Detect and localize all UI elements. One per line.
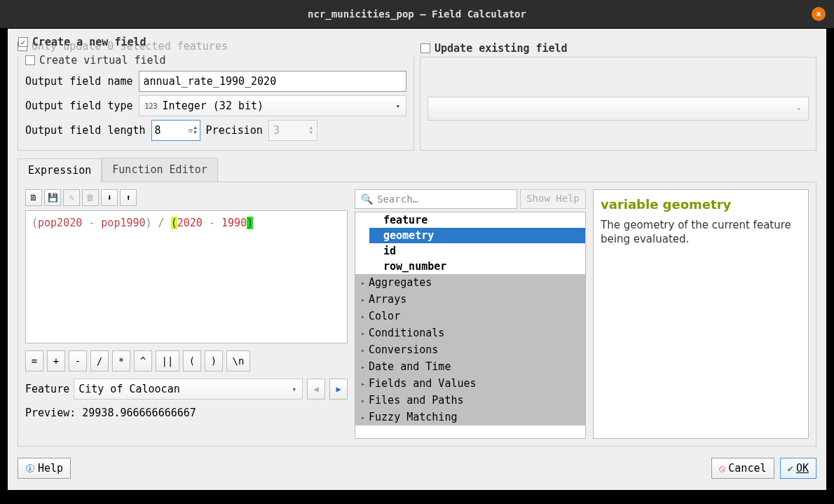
field-type-label: Output field type [25,100,133,112]
close-button[interactable]: × [812,7,826,21]
export-icon[interactable]: ⬆ [120,189,137,206]
update-existing-checkbox[interactable] [421,43,430,53]
show-help-button[interactable]: Show Help [520,189,586,209]
delete-icon: 🗑 [82,189,99,206]
ok-icon: ✔ [788,463,793,474]
create-new-checkbox[interactable] [18,37,28,47]
create-virtual-label: Create virtual field [39,54,166,67]
preview-value: 29938.966666666667 [82,407,196,419]
new-file-icon[interactable]: 🗎 [25,189,42,206]
import-icon[interactable]: ⬇ [101,189,118,206]
field-name-label: Output field name [25,75,133,88]
tree-category[interactable]: ▸Fuzzy Matching [355,409,585,425]
chevron-right-icon: ▸ [361,414,365,421]
tree-category[interactable]: ▸Conditionals [355,325,585,341]
op-button[interactable]: * [112,350,130,372]
chevron-right-icon: ▸ [361,397,365,404]
field-length-input[interactable]: 8 ⌫ ▲▼ [151,120,200,141]
clear-icon[interactable]: ⌫ [188,126,193,135]
help-button[interactable]: 🛈Help [18,458,71,479]
tree-category[interactable]: ▸Aggregates [355,274,585,291]
tree-category[interactable]: ▸Files and Paths [355,392,585,409]
op-button[interactable]: + [47,350,65,372]
chevron-right-icon: ▸ [361,296,365,304]
field-type-select[interactable]: 123 Integer (32 bit) ▾ [139,95,406,116]
chevron-right-icon: ▸ [361,279,365,287]
create-virtual-checkbox[interactable] [25,55,35,65]
op-button[interactable]: ^ [134,350,152,372]
edit-icon: ✎ [63,189,80,206]
chevron-right-icon: ▸ [361,313,365,320]
op-button[interactable]: - [69,350,87,372]
search-input[interactable]: 🔍 Search… [355,189,517,209]
create-new-label: Create a new field [32,36,146,48]
chevron-down-icon: ▾ [395,102,400,111]
help-body: The geometry of the current feature bein… [601,219,801,246]
cancel-icon: ⦸ [719,463,725,475]
tree-category[interactable]: ▸Color [355,308,585,325]
precision-label: Precision [206,124,263,137]
chevron-right-icon: ▸ [361,329,365,337]
field-name-input[interactable] [139,71,406,92]
update-field-select[interactable]: ▾ [428,97,809,121]
chevron-down-icon: ▾ [796,104,801,114]
window-title: ncr_municities_pop — Field Calculator [308,8,526,20]
ok-button[interactable]: ✔OK [780,458,817,479]
tree-item[interactable]: feature [369,212,585,228]
next-feature-button[interactable]: ▶ [329,379,348,400]
chevron-right-icon: ▸ [361,363,365,371]
function-tree[interactable]: featuregeometryidrow_number ▸Aggregates▸… [355,212,586,439]
spinner-arrows-icon[interactable]: ▲▼ [193,125,196,135]
op-button[interactable]: / [90,350,109,372]
op-button[interactable]: || [156,350,179,372]
cancel-button[interactable]: ⦸Cancel [711,458,774,479]
tree-item[interactable]: geometry [369,228,585,243]
tab-function-editor[interactable]: Function Editor [102,158,217,182]
integer-type-icon: 123 [144,102,159,110]
chevron-right-icon: ▸ [361,346,365,354]
tree-item[interactable]: id [369,243,585,259]
tab-expression[interactable]: Expression [18,158,102,182]
help-panel: variable geometry The geometry of the cu… [593,189,809,439]
expression-editor[interactable]: (pop2020 - pop1990) / (2020 - 1990) [25,210,348,343]
prev-feature-button[interactable]: ◀ [307,379,325,400]
save-icon[interactable]: 💾 [44,189,61,206]
help-title: variable geometry [601,197,801,212]
chevron-down-icon: ▾ [292,385,296,394]
op-button[interactable]: ( [183,350,201,372]
tree-item[interactable]: row_number [369,259,585,274]
op-button[interactable]: ) [205,350,223,372]
field-length-label: Output field length [25,124,146,137]
tree-category[interactable]: ▸Arrays [355,291,585,308]
tree-category[interactable]: ▸Fields and Values [355,375,585,392]
preview-label: Preview: [25,407,82,419]
op-button[interactable]: \n [226,350,250,372]
feature-select[interactable]: City of Caloocan ▾ [74,379,303,400]
spinner-arrows-icon: ▲▼ [310,125,313,135]
tree-category[interactable]: ▸Conversions [355,341,585,358]
feature-label: Feature [25,383,69,395]
op-button[interactable]: = [25,350,43,372]
search-icon: 🔍 [361,193,373,205]
update-existing-label: Update existing field [435,42,568,55]
chevron-right-icon: ▸ [361,380,365,388]
help-icon: 🛈 [25,463,35,474]
precision-input: 3 ▲▼ [268,120,317,141]
tree-category[interactable]: ▸Date and Time [355,358,585,375]
